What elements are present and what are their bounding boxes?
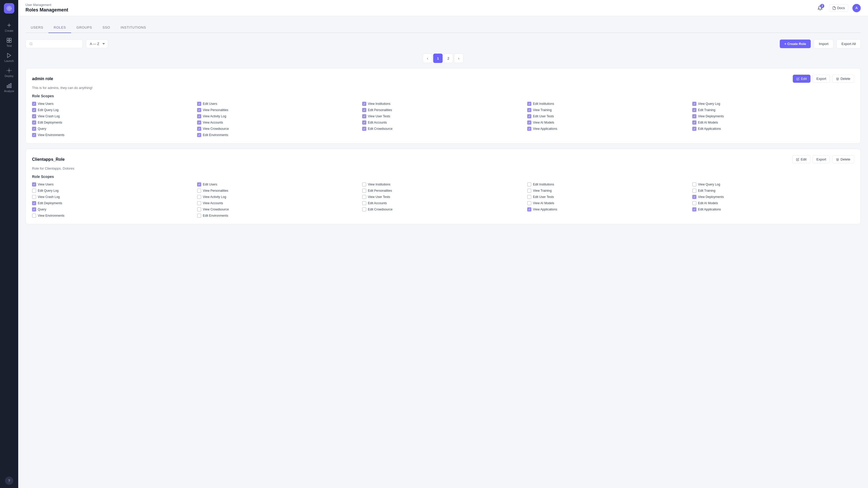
scope-checkbox [692,195,696,199]
scope-checkbox [527,102,531,106]
sidebar-item-test[interactable]: Test [2,35,16,50]
scope-label: View Training [533,108,552,112]
svg-point-7 [8,70,10,71]
export-role-button[interactable]: Export [812,75,830,83]
svg-marker-6 [7,53,11,58]
scope-checkbox [197,108,201,112]
scope-checkbox [692,108,696,112]
role-name: Clientapps_Role [32,157,65,162]
delete-role-button[interactable]: Delete [832,75,854,83]
scope-label: View User Tests [368,115,390,118]
scope-checkbox [362,201,366,205]
scope-label: View Crowdsource [203,207,229,211]
pagination-page-2[interactable]: 2 [444,54,453,63]
tab-roles[interactable]: ROLES [49,22,71,33]
role-description: Role for Clientapps. Dolores [32,166,854,170]
scope-label: Edit Deployments [38,201,62,205]
main-content: User Management Roles Management 2 Docs … [18,0,868,488]
role-actions: EditExportDelete [793,75,854,83]
notification-button[interactable]: 2 [815,3,825,13]
tab-sso[interactable]: SSO [97,22,115,33]
scope-label: Edit User Tests [533,115,554,118]
scope-checkbox [692,121,696,125]
scope-checkbox [692,201,696,205]
scope-checkbox [527,121,531,125]
sidebar-item-launch[interactable]: Launch [2,50,16,65]
sidebar-item-deploy[interactable]: Deploy [2,65,16,80]
export-all-button[interactable]: Export All [837,39,861,48]
search-box [26,39,83,48]
tab-users[interactable]: USERS [26,22,49,33]
scope-checkbox [32,195,36,199]
role-name: admin role [32,76,53,81]
pagination-prev[interactable]: ‹ [423,54,432,63]
docs-button[interactable]: Docs [829,4,848,12]
scopes-grid: View UsersEdit UsersView InstitutionsEdi… [32,182,854,218]
scope-label: Edit Applications [698,127,721,131]
scope-item: Edit Query Log [32,108,194,112]
export-role-button[interactable]: Export [812,155,830,163]
scope-checkbox [527,201,531,205]
delete-role-button[interactable]: Delete [832,155,854,163]
sidebar-item-create[interactable]: Create [2,20,16,35]
topbar-left: User Management Roles Management [26,3,68,13]
help-button[interactable]: ? [5,477,13,485]
scope-item: View Training [527,108,689,112]
scope-checkbox [32,189,36,193]
sort-select[interactable]: A — ZZ — A [86,39,108,48]
import-button[interactable]: Import [814,39,833,48]
edit-role-button[interactable]: Edit [792,155,810,163]
svg-rect-8 [7,86,8,88]
avatar-button[interactable]: A [852,4,861,12]
scope-checkbox [692,114,696,118]
scope-label: Query [38,207,46,211]
scope-label: Query [38,127,46,131]
pagination-page-1[interactable]: 1 [433,54,442,63]
scope-label: View Crowdsource [203,127,229,131]
scope-item: View Environments [32,133,194,137]
scope-checkbox [692,127,696,131]
sidebar: Create Test Launch Deploy [0,0,18,488]
scope-item: View AI Models [527,121,689,125]
svg-rect-10 [10,84,11,88]
scope-checkbox [32,207,36,212]
sidebar-item-create-label: Create [5,29,13,32]
scope-item: Edit Applications [692,207,854,212]
scope-label: Edit Accounts [368,121,387,124]
tab-groups[interactable]: GROUPS [71,22,97,33]
tab-institutions[interactable]: INSTITUTIONS [115,22,151,33]
sidebar-item-analyze[interactable]: Analyze [2,80,16,95]
search-input[interactable] [35,42,79,46]
scope-item: Edit Institutions [527,102,689,106]
scope-item: View Applications [527,207,689,212]
pagination-next[interactable]: › [454,54,463,63]
scope-label: Edit Environments [203,214,228,218]
breadcrumb: User Management [26,3,68,7]
role-scopes-title: Role Scopes [32,174,854,179]
scope-checkbox [362,207,366,212]
scope-label: View Accounts [203,121,223,124]
scope-checkbox [197,182,201,187]
scope-label: View Personalities [203,108,228,112]
scope-label: Edit Users [203,183,217,186]
scope-checkbox [32,108,36,112]
scope-checkbox [197,127,201,131]
scope-checkbox [32,182,36,187]
docs-label: Docs [837,6,845,10]
scope-label: Edit Training [698,108,715,112]
scope-checkbox [197,121,201,125]
scope-checkbox [527,127,531,131]
scope-item: Edit Deployments [32,121,194,125]
scope-checkbox [692,207,696,212]
edit-role-button[interactable]: Edit [793,75,810,83]
scope-label: View Applications [533,207,557,211]
scope-label: View Query Log [698,183,720,186]
app-logo[interactable] [4,3,14,13]
sidebar-nav: Create Test Launch Deploy [2,20,16,95]
scope-item: Edit Personalities [362,189,524,193]
scope-item: Edit Accounts [362,201,524,205]
create-role-button[interactable]: + Create Role [780,39,811,48]
scope-checkbox [197,114,201,118]
scope-item: View Deployments [692,195,854,199]
scope-checkbox [197,214,201,218]
